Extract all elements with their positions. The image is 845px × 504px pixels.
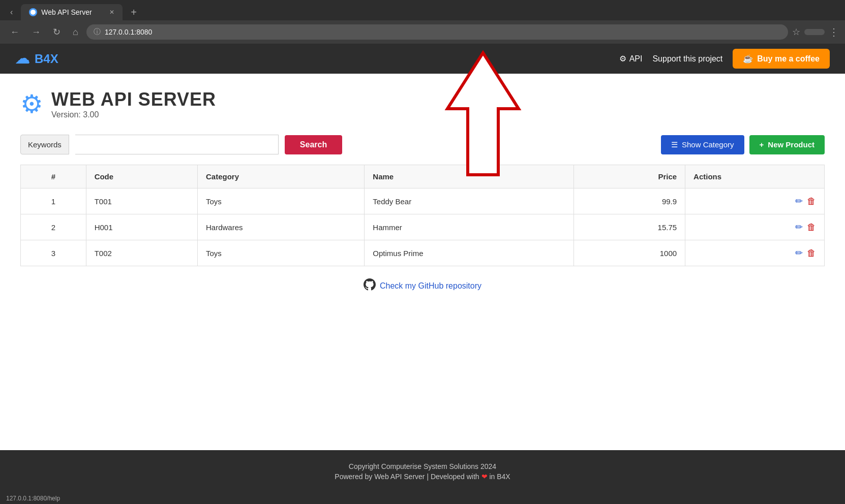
cell-category: Toys	[197, 240, 364, 266]
table-row: 2 H001 Hardwares Hammer 15.75 ✏ 🗑	[21, 214, 825, 240]
cell-code: H001	[86, 214, 197, 240]
support-text: Support this project	[652, 54, 722, 64]
action-buttons: ✏ 🗑	[693, 247, 816, 259]
browser-toolbar: ← → ↻ ⌂ ⓘ 127.0.0.1:8080 ☆ ⋮	[0, 20, 845, 44]
heart-icon: ❤	[481, 472, 488, 481]
gears-icon: ⚙	[20, 89, 43, 119]
svg-point-0	[31, 10, 36, 15]
tab-scroll-back[interactable]: ‹	[6, 6, 17, 19]
tab-title: Web API Server	[41, 8, 92, 16]
address-text: 127.0.0.1:8080	[105, 28, 781, 36]
cell-name: Optimus Prime	[365, 240, 574, 266]
api-label: API	[629, 54, 643, 64]
page-version: Version: 3.00	[51, 110, 216, 119]
edit-button[interactable]: ✏	[795, 222, 803, 233]
cell-name: Hammer	[365, 214, 574, 240]
api-button[interactable]: ⚙ API	[619, 54, 643, 64]
tab-bar: ‹ Web API Server ✕ +	[6, 4, 839, 20]
cell-category: Toys	[197, 188, 364, 214]
powered-by-text: Powered by Web API Server | Developed wi…	[10, 472, 835, 481]
keywords-label: Keywords	[20, 135, 69, 154]
action-buttons: ✏ 🗑	[693, 196, 816, 207]
status-bar: 127.0.0.1:8080/help	[0, 493, 845, 504]
github-link[interactable]: Check my GitHub repository	[364, 278, 481, 294]
action-buttons: ✏ 🗑	[693, 222, 816, 233]
show-category-button[interactable]: ☰ Show Category	[661, 135, 744, 154]
buy-coffee-button[interactable]: ☕ Buy me a coffee	[733, 49, 830, 69]
profile-button[interactable]	[804, 29, 825, 35]
github-icon	[364, 278, 376, 294]
page-footer: Copyright Computerise System Solutions 2…	[0, 450, 845, 493]
table-body: 1 T001 Toys Teddy Bear 99.9 ✏ 🗑 2 H001 H…	[21, 188, 825, 266]
col-code: Code	[86, 165, 197, 188]
col-actions: Actions	[685, 165, 825, 188]
tab-close-btn[interactable]: ✕	[109, 9, 114, 16]
cell-price: 99.9	[574, 188, 685, 214]
browser-menu-button[interactable]: ⋮	[829, 26, 839, 38]
logo-text: B4X	[35, 52, 58, 66]
coffee-icon: ☕	[743, 54, 753, 64]
page-title-block: WEB API SERVER Version: 3.00	[51, 89, 216, 119]
delete-button[interactable]: 🗑	[807, 222, 816, 233]
gear-icon: ⚙	[619, 54, 626, 64]
table-row: 3 T002 Toys Optimus Prime 1000 ✏ 🗑	[21, 240, 825, 266]
browser-chrome: ‹ Web API Server ✕ +	[0, 0, 845, 20]
new-product-button[interactable]: + New Product	[749, 135, 825, 154]
logo-icon: ☁	[15, 50, 29, 67]
col-num: #	[21, 165, 86, 188]
bookmark-button[interactable]: ☆	[792, 26, 800, 38]
cell-actions: ✏ 🗑	[685, 188, 825, 214]
data-table: # Code Category Name Price Actions 1 T00…	[20, 165, 825, 266]
show-category-label: Show Category	[682, 140, 734, 149]
col-name: Name	[365, 165, 574, 188]
tab-favicon	[29, 8, 37, 16]
toolbar-right: ☰ Show Category + New Product	[661, 135, 825, 154]
refresh-button[interactable]: ↻	[49, 24, 65, 40]
cell-actions: ✏ 🗑	[685, 240, 825, 266]
header-right: ⚙ API Support this project ☕ Buy me a co…	[619, 49, 830, 69]
col-category: Category	[197, 165, 364, 188]
plus-icon: +	[760, 140, 764, 149]
address-bar[interactable]: ⓘ 127.0.0.1:8080	[86, 24, 788, 40]
table-header-row: # Code Category Name Price Actions	[21, 165, 825, 188]
delete-button[interactable]: 🗑	[807, 247, 816, 259]
browser-tab[interactable]: Web API Server ✕	[21, 4, 123, 20]
new-product-label: New Product	[768, 140, 814, 149]
main-content: ⚙ WEB API SERVER Version: 3.00 Keywords …	[0, 74, 845, 450]
status-url: 127.0.0.1:8080/help	[6, 495, 60, 502]
table-header: # Code Category Name Price Actions	[21, 165, 825, 188]
cell-code: T002	[86, 240, 197, 266]
forward-button[interactable]: →	[27, 25, 45, 40]
search-input[interactable]	[75, 135, 279, 154]
footer-link: Check my GitHub repository	[20, 266, 825, 306]
app-logo[interactable]: ☁ B4X	[15, 50, 58, 67]
buy-coffee-label: Buy me a coffee	[757, 54, 820, 64]
copyright-text: Copyright Computerise System Solutions 2…	[10, 462, 835, 470]
cell-num: 1	[21, 188, 86, 214]
delete-button[interactable]: 🗑	[807, 196, 816, 207]
cell-price: 15.75	[574, 214, 685, 240]
app-header: ☁ B4X ⚙ API Support this project ☕ Buy m…	[0, 44, 845, 74]
cell-num: 2	[21, 214, 86, 240]
page-header: ⚙ WEB API SERVER Version: 3.00	[20, 89, 825, 119]
page-title: WEB API SERVER	[51, 89, 216, 110]
search-button[interactable]: Search	[285, 135, 342, 154]
cell-code: T001	[86, 188, 197, 214]
back-button[interactable]: ←	[6, 25, 23, 40]
table-row: 1 T001 Toys Teddy Bear 99.9 ✏ 🗑	[21, 188, 825, 214]
edit-button[interactable]: ✏	[795, 247, 803, 259]
col-price: Price	[574, 165, 685, 188]
cell-num: 3	[21, 240, 86, 266]
home-button[interactable]: ⌂	[69, 25, 82, 40]
cell-name: Teddy Bear	[365, 188, 574, 214]
cell-actions: ✏ 🗑	[685, 214, 825, 240]
edit-button[interactable]: ✏	[795, 196, 803, 207]
cell-category: Hardwares	[197, 214, 364, 240]
toolbar: Keywords Search ☰ Show Category + New Pr…	[20, 135, 825, 154]
cell-price: 1000	[574, 240, 685, 266]
new-tab-button[interactable]: +	[127, 5, 141, 20]
list-icon: ☰	[671, 140, 678, 149]
github-text: Check my GitHub repository	[380, 281, 481, 291]
lock-icon: ⓘ	[94, 27, 101, 37]
